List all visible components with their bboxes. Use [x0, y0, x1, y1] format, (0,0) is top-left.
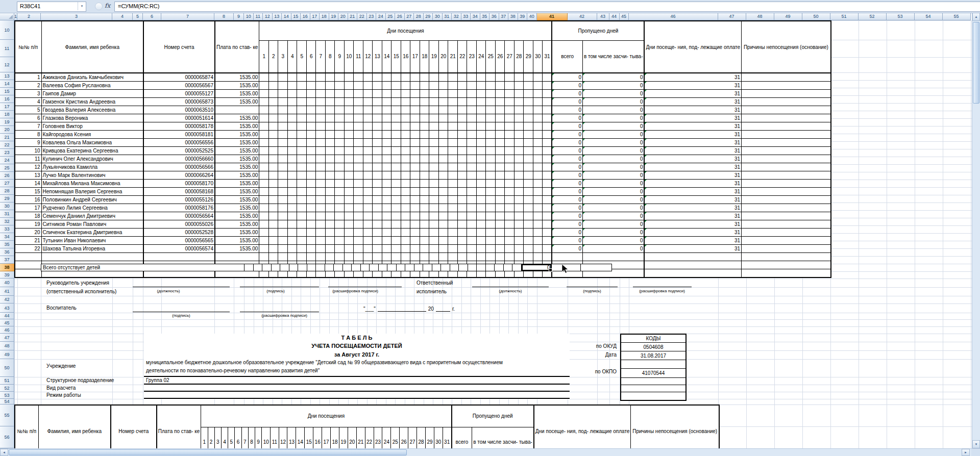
cell-payable-days[interactable]: 31 — [644, 82, 741, 90]
cell-day[interactable] — [363, 171, 373, 180]
cell-day[interactable] — [401, 114, 410, 122]
cell-day[interactable] — [486, 98, 496, 106]
row-header-28[interactable]: 28 — [0, 187, 14, 195]
header-day-12[interactable]: 12 — [279, 427, 287, 448]
cell-day[interactable] — [316, 212, 326, 220]
cell-payable-days[interactable]: 31 — [644, 98, 741, 106]
header-day-9[interactable]: 9 — [255, 427, 262, 448]
cell-day[interactable] — [420, 220, 429, 229]
header-day-14[interactable]: 14 — [382, 40, 391, 73]
cell-day[interactable] — [344, 229, 354, 237]
cell-day[interactable] — [373, 196, 382, 204]
cell-day[interactable] — [420, 82, 429, 90]
cell-day[interactable] — [438, 180, 448, 188]
cell-day[interactable] — [287, 139, 297, 147]
totals-day-cell[interactable] — [351, 264, 361, 271]
cell-day[interactable] — [410, 204, 420, 212]
cell-day[interactable] — [287, 220, 297, 229]
cell-day[interactable] — [401, 229, 410, 237]
cell-day[interactable] — [325, 212, 335, 220]
cell-day[interactable] — [325, 106, 335, 114]
cell-day[interactable] — [373, 188, 382, 196]
cell-day[interactable] — [495, 245, 505, 253]
cell-day[interactable] — [514, 155, 524, 163]
cell-day[interactable] — [420, 229, 429, 237]
cell-day[interactable] — [335, 131, 345, 139]
cell-day[interactable] — [373, 73, 382, 82]
cell-account[interactable]: 0000063510 — [143, 106, 215, 114]
cell-missed-counted[interactable]: 0 — [582, 131, 644, 139]
cell-day[interactable] — [505, 98, 514, 106]
row-header-55[interactable]: 55 — [0, 404, 14, 426]
column-header-14[interactable]: 14 — [282, 13, 291, 20]
cell-day[interactable] — [524, 204, 533, 212]
cell-day[interactable] — [533, 171, 543, 180]
cell-day[interactable] — [287, 204, 297, 212]
cell-day[interactable] — [268, 139, 278, 147]
cell-day[interactable] — [495, 73, 505, 82]
cell-day[interactable] — [259, 131, 269, 139]
cell-rate[interactable]: 1535.00 — [215, 180, 259, 188]
cell-day[interactable] — [268, 253, 278, 261]
cell-day[interactable] — [316, 188, 326, 196]
cell-payable-days[interactable]: 31 — [644, 212, 741, 220]
cell-day[interactable] — [325, 122, 335, 131]
cell-day[interactable] — [476, 147, 486, 155]
cell-day[interactable] — [344, 82, 354, 90]
cell-day[interactable] — [401, 245, 410, 253]
row-header-43[interactable]: 43 — [0, 303, 14, 313]
cell-day[interactable] — [467, 114, 477, 122]
header-missed-counted[interactable]: в том числе засчи- тыва- — [472, 427, 534, 448]
cell-day[interactable] — [354, 122, 363, 131]
cell-reason[interactable] — [742, 253, 831, 261]
cell-day[interactable] — [438, 73, 448, 82]
cell-day[interactable] — [344, 122, 354, 131]
cell-day[interactable] — [335, 90, 345, 98]
cell-day[interactable] — [363, 82, 373, 90]
cell-day[interactable] — [524, 122, 533, 131]
name-box[interactable]: R38C41 ▼ — [17, 2, 86, 12]
cell-day[interactable] — [476, 163, 486, 171]
cell-day[interactable] — [382, 82, 391, 90]
totals-day-cell[interactable] — [387, 264, 397, 271]
cell-day[interactable] — [278, 90, 288, 98]
cell-day[interactable] — [373, 212, 382, 220]
cell-day[interactable] — [476, 229, 486, 237]
row-header-18[interactable]: 18 — [0, 111, 14, 118]
cell-day[interactable] — [467, 188, 477, 196]
cell-day[interactable] — [354, 155, 363, 163]
cell-day[interactable] — [533, 245, 543, 253]
column-header-2[interactable]: 2 — [17, 13, 41, 20]
cell-day[interactable] — [325, 188, 335, 196]
cell-account[interactable]: 0000056574 — [143, 245, 215, 253]
cell-day[interactable] — [476, 212, 486, 220]
cell-rate[interactable]: 1535.00 — [215, 139, 259, 147]
header-day-13[interactable]: 13 — [373, 40, 382, 73]
cell-day[interactable] — [401, 155, 410, 163]
column-header-23[interactable]: 23 — [367, 13, 377, 20]
cell-day[interactable] — [476, 106, 486, 114]
cell-missed-counted[interactable]: 0 — [582, 155, 644, 163]
cell-day[interactable] — [476, 253, 486, 261]
column-header-28[interactable]: 28 — [414, 13, 424, 20]
column-header-12[interactable]: 12 — [263, 13, 273, 20]
cell-day[interactable] — [268, 122, 278, 131]
cell-name[interactable]: Ковалева Ольга Максимовна — [41, 139, 143, 147]
cell-day[interactable] — [297, 171, 307, 180]
header-day-11[interactable]: 11 — [271, 427, 279, 448]
row-header-54[interactable]: 54 — [0, 399, 14, 404]
cell-day[interactable] — [335, 147, 345, 155]
cell-day[interactable] — [533, 114, 543, 122]
cell-day[interactable] — [438, 253, 448, 261]
cell-day[interactable] — [354, 106, 363, 114]
cell-day[interactable] — [401, 237, 410, 245]
cell-account[interactable]: 0000065873 — [143, 98, 215, 106]
cell-day[interactable] — [259, 188, 269, 196]
cell-day[interactable] — [287, 237, 297, 245]
cell-day[interactable] — [438, 171, 448, 180]
totals-day-cell[interactable] — [307, 264, 316, 271]
cell-day[interactable] — [495, 204, 505, 212]
header-day-9[interactable]: 9 — [335, 40, 345, 73]
cell-day[interactable] — [373, 229, 382, 237]
fill-handle[interactable] — [549, 268, 552, 272]
